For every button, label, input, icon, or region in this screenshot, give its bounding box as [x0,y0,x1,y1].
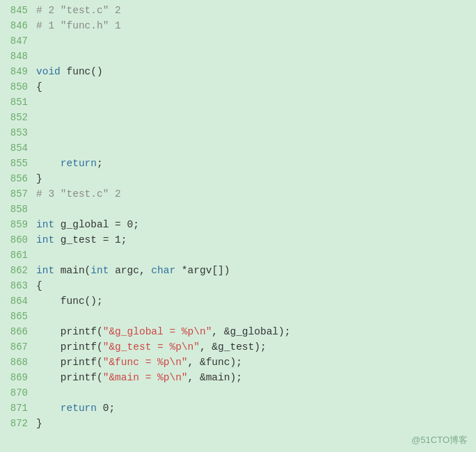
code-line: 862int main(int argc, char *argv[]) [0,263,476,278]
watermark: @51CTO博客 [411,434,468,446]
line-content: int g_test = 1; [36,232,127,248]
code-line: 866 printf("&g_global = %p\n", &g_global… [0,324,476,339]
code-line: 871 return 0; [0,401,476,416]
code-line: 858 [0,202,476,217]
line-content: printf("&g_global = %p\n", &g_global); [36,324,290,339]
line-number: 863 [0,278,36,293]
line-number: 867 [0,339,36,355]
line-content: } [36,416,42,431]
line-content: # 2 "test.c" 2 [36,3,121,18]
line-number: 857 [0,186,36,202]
line-content: # 3 "test.c" 2 [36,186,121,202]
line-content: { [36,278,42,293]
code-line: 867 printf("&g_test = %p\n", &g_test); [0,339,476,355]
code-line: 849void func() [0,64,476,79]
line-content [36,33,42,49]
code-line: 853 [0,125,476,140]
line-content: # 1 "func.h" 1 [36,18,121,33]
line-number: 849 [0,64,36,79]
line-number: 853 [0,125,36,140]
code-line: 868 printf("&func = %p\n", &func); [0,355,476,370]
code-line: 857# 3 "test.c" 2 [0,186,476,202]
code-line: 845# 2 "test.c" 2 [0,3,476,18]
code-line: 850{ [0,79,476,95]
code-line: 860int g_test = 1; [0,232,476,248]
code-line: 872} [0,416,476,431]
code-line: 854 [0,140,476,156]
code-line: 846# 1 "func.h" 1 [0,18,476,33]
line-content [36,140,42,156]
code-line: 852 [0,110,476,125]
line-content: { [36,79,42,95]
line-content [36,202,42,217]
code-line: 859int g_global = 0; [0,217,476,232]
line-content: void func() [36,64,103,79]
line-content [36,95,42,110]
line-content: printf("&g_test = %p\n", &g_test); [36,339,267,355]
line-number: 868 [0,355,36,370]
line-number: 845 [0,3,36,18]
line-number: 847 [0,33,36,49]
line-number: 862 [0,263,36,278]
line-number: 865 [0,309,36,324]
code-line: 863{ [0,278,476,293]
line-content: int g_global = 0; [36,217,139,232]
code-line: 870 [0,385,476,401]
line-content [36,248,42,263]
line-number: 872 [0,416,36,431]
line-number: 858 [0,202,36,217]
code-line: 865 [0,309,476,324]
code-line: 856} [0,171,476,186]
line-content: func(); [36,293,103,309]
code-line: 869 printf("&main = %p\n", &main); [0,370,476,385]
line-number: 869 [0,370,36,385]
line-number: 861 [0,248,36,263]
line-number: 855 [0,156,36,171]
line-number: 860 [0,232,36,248]
line-content [36,125,42,140]
line-number: 856 [0,171,36,186]
code-line: 847 [0,33,476,49]
line-content: printf("&main = %p\n", &main); [36,370,242,385]
code-line: 855 return; [0,156,476,171]
line-content [36,49,42,64]
line-content [36,110,42,125]
line-number: 846 [0,18,36,33]
line-content: printf("&func = %p\n", &func); [36,355,242,370]
line-number: 864 [0,293,36,309]
line-number: 851 [0,95,36,110]
line-content: return 0; [36,401,115,416]
line-content: } [36,171,42,186]
line-number: 848 [0,49,36,64]
code-line: 851 [0,95,476,110]
line-number: 859 [0,217,36,232]
line-number: 871 [0,401,36,416]
line-number: 852 [0,110,36,125]
line-number: 866 [0,324,36,339]
code-block: 845# 2 "test.c" 2846# 1 "func.h" 1847 84… [0,0,476,452]
line-content: int main(int argc, char *argv[]) [36,263,230,278]
code-line: 861 [0,248,476,263]
line-content [36,385,42,401]
line-number: 854 [0,140,36,156]
line-number: 870 [0,385,36,401]
line-content: return; [36,156,103,171]
line-content [36,309,42,324]
code-line: 864 func(); [0,293,476,309]
code-line: 848 [0,49,476,64]
line-number: 850 [0,79,36,95]
